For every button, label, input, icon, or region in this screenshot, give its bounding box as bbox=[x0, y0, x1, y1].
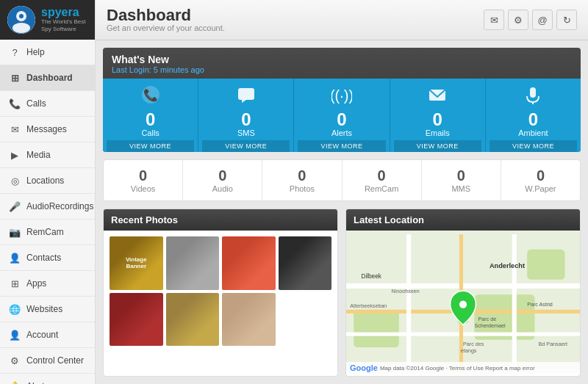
remcam-icon: 📷 bbox=[9, 226, 21, 238]
sms-count: 0 bbox=[241, 111, 251, 128]
photo-2[interactable] bbox=[166, 236, 220, 290]
svg-rect-10 bbox=[530, 87, 536, 98]
stat-videos[interactable]: 0 Videos bbox=[104, 160, 183, 200]
stat-mms[interactable]: 0 MMS bbox=[422, 160, 501, 200]
sidebar-item-help[interactable]: ? Help bbox=[0, 40, 95, 65]
svg-text:Parc Astrid: Parc Astrid bbox=[527, 302, 553, 308]
page-title: Dashboard bbox=[107, 7, 225, 23]
sms-icon bbox=[236, 84, 257, 109]
audiorecordings-icon: 🎤 bbox=[9, 200, 21, 212]
ambient-label: Ambient bbox=[518, 128, 548, 137]
alerts-viewmore[interactable]: VIEW MORE bbox=[298, 140, 385, 152]
videos-label: Videos bbox=[131, 184, 155, 193]
svg-rect-21 bbox=[512, 234, 517, 370]
map-area[interactable]: Anderlecht Dilbeek Ninoofsteen Atterbeek… bbox=[346, 231, 580, 374]
stat-calls[interactable]: 📞 0 Calls VIEW MORE bbox=[103, 79, 198, 152]
stat-photos[interactable]: 0 Photos bbox=[262, 160, 342, 200]
sidebar-label-audiorecordings: AudioRecordings bbox=[26, 201, 93, 211]
logo-brand: spyera bbox=[41, 7, 87, 18]
alerts-count: 0 bbox=[337, 111, 346, 128]
ambient-count: 0 bbox=[528, 111, 538, 128]
map-footer-text: Map data ©2014 Google · Terms of Use Rep… bbox=[380, 365, 535, 372]
sidebar-item-remcam[interactable]: 📷 RemCam bbox=[0, 220, 95, 245]
remcam-count: 0 bbox=[378, 167, 386, 184]
svg-text:Anderlecht: Anderlecht bbox=[490, 262, 525, 269]
help-icon: ? bbox=[9, 46, 21, 58]
sidebar-item-account[interactable]: 👤 Account bbox=[0, 322, 95, 348]
stat-sms[interactable]: 0 SMS VIEW MORE bbox=[198, 79, 294, 152]
stat-audio[interactable]: 0 Audio bbox=[183, 160, 262, 200]
sidebar-label-alerts: Alerts bbox=[26, 381, 49, 384]
emails-label: Emails bbox=[426, 128, 450, 137]
stat-emails[interactable]: 0 Emails VIEW MORE bbox=[390, 79, 486, 152]
emails-viewmore[interactable]: VIEW MORE bbox=[394, 140, 481, 152]
audio-label: Audio bbox=[212, 184, 233, 193]
user-button[interactable]: @ bbox=[532, 10, 553, 30]
recent-photos-panel: Recent Photos VintageBanner bbox=[103, 209, 338, 377]
sidebar-label-help: Help bbox=[26, 47, 45, 57]
logo-area: spyera The World's Best Spy Software bbox=[0, 0, 95, 40]
media-icon: ▶ bbox=[9, 149, 21, 161]
sidebar-label-account: Account bbox=[26, 330, 58, 340]
svg-text:📞: 📞 bbox=[143, 88, 158, 102]
alerts-label: Alerts bbox=[331, 128, 352, 137]
stat-remcam[interactable]: 0 RemCam bbox=[343, 160, 422, 200]
photo-1[interactable]: VintageBanner bbox=[110, 236, 163, 290]
sidebar-item-apps[interactable]: ⊞ Apps bbox=[0, 271, 95, 297]
sidebar-item-media[interactable]: ▶ Media bbox=[0, 142, 95, 168]
svg-text:Bd Pansaert: Bd Pansaert bbox=[539, 341, 567, 347]
email-button[interactable]: ✉ bbox=[484, 10, 504, 30]
svg-rect-19 bbox=[406, 234, 411, 370]
svg-text:Dilbeek: Dilbeek bbox=[362, 273, 382, 280]
sidebar: spyera The World's Best Spy Software ? H… bbox=[0, 0, 96, 384]
stat-wpaper[interactable]: 0 W.Paper bbox=[501, 160, 580, 200]
sidebar-label-media: Media bbox=[26, 150, 51, 160]
sidebar-label-dashboard: Dashboard bbox=[26, 73, 73, 83]
page-header: Dashboard Get an overview of your accoun… bbox=[96, 0, 588, 40]
calls-label: Calls bbox=[141, 128, 159, 137]
map-container: Anderlecht Dilbeek Ninoofsteen Atterbeek… bbox=[346, 231, 580, 374]
svg-text:Scherdemael: Scherdemael bbox=[474, 323, 506, 329]
stat-alerts[interactable]: ((·)) 0 Alerts VIEW MORE bbox=[294, 79, 390, 152]
mms-label: MMS bbox=[451, 184, 470, 193]
ambient-viewmore[interactable]: VIEW MORE bbox=[490, 140, 577, 152]
emails-count: 0 bbox=[433, 111, 442, 128]
svg-point-2 bbox=[19, 14, 24, 18]
svg-rect-15 bbox=[527, 250, 564, 280]
calls-count: 0 bbox=[146, 111, 155, 128]
remcam-label: RemCam bbox=[365, 184, 398, 193]
alerts-icon: 🔔 bbox=[9, 380, 21, 384]
sidebar-item-audiorecordings[interactable]: 🎤 AudioRecordings bbox=[0, 194, 95, 220]
bottom-panels: Recent Photos VintageBanner Latest Locat… bbox=[103, 209, 581, 377]
header-actions: ✉ ⚙ @ ↻ bbox=[484, 10, 577, 30]
settings-button[interactable]: ⚙ bbox=[508, 10, 528, 30]
google-logo: Google bbox=[350, 363, 378, 372]
main-content: Dashboard Get an overview of your accoun… bbox=[96, 0, 588, 384]
sidebar-item-websites[interactable]: 🌐 Websites bbox=[0, 297, 95, 322]
audio-count: 0 bbox=[218, 167, 226, 184]
photo-4[interactable] bbox=[279, 236, 332, 290]
sms-viewmore[interactable]: VIEW MORE bbox=[202, 140, 290, 152]
sidebar-item-controlcenter[interactable]: ⚙ Control Center bbox=[0, 348, 95, 374]
locations-icon: ◎ bbox=[9, 175, 21, 186]
sidebar-item-locations[interactable]: ◎ Locations bbox=[0, 168, 95, 194]
photo-6[interactable] bbox=[166, 293, 220, 347]
sidebar-item-dashboard[interactable]: ⊞ Dashboard bbox=[0, 65, 95, 91]
calls-viewmore[interactable]: VIEW MORE bbox=[107, 140, 194, 152]
refresh-button[interactable]: ↻ bbox=[556, 10, 577, 30]
photo-7[interactable] bbox=[222, 293, 276, 347]
page-subtitle: Get an overview of your account. bbox=[107, 23, 225, 32]
sidebar-label-remcam: RemCam bbox=[26, 227, 64, 237]
dashboard-content: What's New Last Login: 5 minutes ago 📞 0… bbox=[96, 40, 588, 384]
stat-ambient[interactable]: 0 Ambient VIEW MORE bbox=[486, 79, 581, 152]
photo-5[interactable] bbox=[110, 293, 163, 347]
wifi-icon: ((·)) bbox=[331, 84, 352, 109]
sidebar-item-calls[interactable]: 📞 Calls bbox=[0, 91, 95, 117]
sidebar-item-alerts[interactable]: 🔔 Alerts bbox=[0, 374, 95, 384]
svg-rect-6 bbox=[238, 88, 254, 100]
svg-marker-7 bbox=[242, 100, 246, 103]
sidebar-item-contacts[interactable]: 👤 Contacts bbox=[0, 245, 95, 271]
latest-location-title: Latest Location bbox=[346, 209, 580, 231]
sidebar-item-messages[interactable]: ✉ Messages bbox=[0, 117, 95, 142]
photo-3[interactable] bbox=[222, 236, 276, 290]
